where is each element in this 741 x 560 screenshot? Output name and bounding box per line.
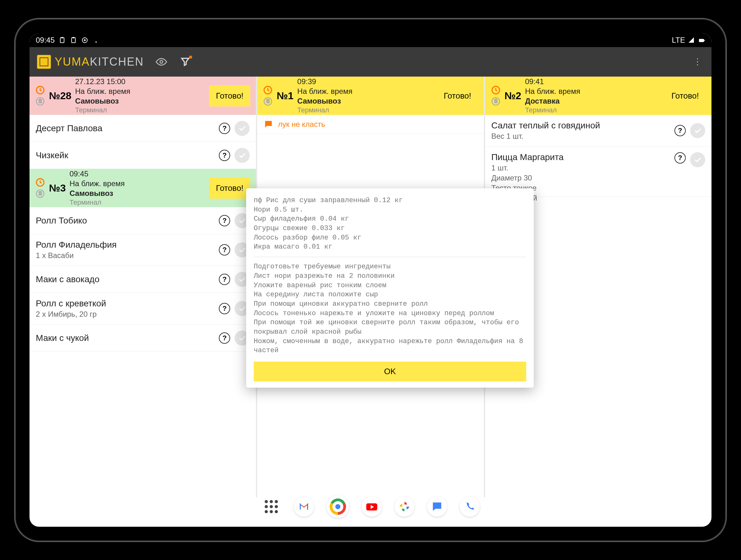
order-time: 27.12.23 15:00 — [75, 77, 205, 86]
check-icon[interactable] — [690, 152, 705, 167]
android-dock — [261, 495, 480, 518]
chrome-icon[interactable] — [327, 495, 349, 518]
apps-icon[interactable] — [261, 497, 281, 517]
filter-icon[interactable] — [179, 56, 192, 68]
dish-row[interactable]: Салат теплый с говядиной Вес 1 шт. ? — [485, 115, 712, 147]
clipboard2-icon — [70, 37, 77, 44]
photos-icon[interactable] — [394, 497, 414, 517]
dish-name: Ролл Тобико — [36, 216, 214, 226]
order-column: S №28 27.12.23 15:00 На ближ. время Само… — [29, 77, 256, 497]
dish-name: Чизкейк — [36, 150, 214, 160]
svg-text:S: S — [39, 191, 42, 196]
order-terminal: Терминал — [525, 106, 661, 115]
dish-name: Десерт Павлова — [36, 123, 214, 133]
dish-name: Салат теплый с говядиной — [491, 121, 670, 131]
gmail-icon[interactable] — [294, 497, 314, 517]
dish-row[interactable]: Ролл с креветкой 2 x Имбирь, 20 гр ? — [29, 293, 256, 325]
dish-row[interactable]: Десерт Павлова ? — [29, 115, 256, 142]
eye-icon[interactable] — [155, 56, 168, 68]
ready-button[interactable]: Готово! — [209, 178, 251, 199]
info-icon[interactable]: ? — [219, 215, 230, 226]
check-icon[interactable] — [234, 121, 250, 136]
info-icon[interactable]: ? — [219, 244, 230, 256]
dish-name: Ролл Филадельфия — [36, 240, 214, 250]
svg-text:S: S — [266, 98, 270, 104]
battery-icon — [698, 37, 705, 44]
clock-icon — [263, 85, 273, 95]
svg-point-5 — [95, 42, 97, 43]
app-logo: YUMAKITCHEN — [37, 55, 144, 69]
order-type: Доставка — [525, 96, 661, 106]
recipe-modal: пф Рис для суши заправленный 0.12 кг Нор… — [246, 188, 534, 388]
order-note: лук не класть — [257, 115, 483, 134]
status-time: 09:45 — [36, 36, 55, 45]
order-time: 09:45 — [69, 169, 205, 179]
order-slot: На ближ. время — [69, 179, 205, 188]
info-icon[interactable]: ? — [219, 123, 230, 134]
order-header[interactable]: S №2 09:41 На ближ. время Доставка Терми… — [485, 77, 712, 115]
order-time: 09:41 — [525, 77, 661, 86]
order-header[interactable]: S №3 09:45 На ближ. время Самовывоз Терм… — [29, 169, 256, 207]
svg-rect-7 — [704, 40, 704, 41]
money-icon: S — [263, 96, 273, 107]
ready-button[interactable]: Готово! — [664, 85, 706, 107]
dish-row[interactable]: Маки с чукой ? — [29, 325, 256, 352]
ok-button[interactable]: OK — [254, 362, 526, 381]
dish-sub: Диаметр 30 — [491, 173, 670, 183]
phone-icon[interactable] — [460, 497, 480, 517]
dish-sub: 1 x Васаби — [36, 251, 214, 260]
order-number: №1 — [277, 90, 293, 102]
svg-rect-0 — [60, 38, 64, 43]
order-header[interactable]: S №1 09:39 На ближ. время Самовывоз Терм… — [257, 77, 483, 115]
money-icon: S — [35, 189, 45, 199]
dish-row[interactable]: Маки с авокадо ? — [29, 266, 256, 293]
wifi-icon — [92, 37, 100, 44]
order-terminal: Терминал — [297, 106, 433, 115]
logo-icon — [37, 55, 51, 69]
dish-sub: 2 x Имбирь, 20 гр — [36, 310, 214, 319]
svg-point-8 — [160, 61, 163, 63]
clock-icon — [35, 178, 45, 188]
order-type: Самовывоз — [297, 96, 433, 106]
order-type: Самовывоз — [69, 188, 205, 198]
dish-name: Пицца Маргарита — [491, 152, 670, 162]
info-icon[interactable]: ? — [219, 303, 230, 314]
svg-rect-1 — [61, 37, 63, 38]
svg-rect-3 — [73, 37, 74, 38]
order-slot: На ближ. время — [525, 86, 661, 96]
recipe-ingredients: пф Рис для суши заправленный 0.12 кг Нор… — [254, 196, 526, 252]
messages-icon[interactable] — [427, 497, 447, 517]
divider — [254, 257, 526, 257]
dish-row[interactable]: Ролл Филадельфия 1 x Васаби ? — [29, 234, 256, 266]
order-number: №2 — [504, 90, 521, 102]
dish-name: Маки с авокадо — [36, 274, 214, 284]
check-icon[interactable] — [690, 123, 705, 138]
dish-sub: 1 шт. — [491, 163, 670, 172]
money-icon: S — [35, 96, 45, 107]
dish-sub: Вес 1 шт. — [491, 132, 670, 141]
dish-row[interactable]: Ролл Тобико ? — [29, 207, 256, 234]
clipboard-icon — [58, 37, 66, 44]
info-icon[interactable]: ? — [674, 152, 686, 163]
more-icon[interactable]: ⋯ — [691, 56, 704, 68]
svg-text:S: S — [39, 98, 42, 104]
dish-row[interactable]: Чизкейк ? — [29, 142, 256, 169]
youtube-icon[interactable] — [362, 497, 382, 517]
ready-button[interactable]: Готово! — [437, 85, 478, 107]
order-slot: На ближ. время — [297, 86, 433, 96]
status-network: LTE — [672, 36, 685, 45]
filter-badge-icon — [189, 56, 192, 59]
order-header[interactable]: S №28 27.12.23 15:00 На ближ. время Само… — [29, 77, 256, 115]
clock-icon — [491, 85, 501, 95]
info-icon[interactable]: ? — [674, 125, 686, 136]
svg-rect-6 — [699, 39, 704, 42]
clock-icon — [35, 85, 45, 95]
check-icon[interactable] — [234, 148, 250, 163]
info-icon[interactable]: ? — [219, 333, 230, 344]
info-icon[interactable]: ? — [219, 274, 230, 285]
info-icon[interactable]: ? — [219, 150, 230, 161]
ready-button[interactable]: Готово! — [209, 85, 251, 107]
order-slot: На ближ. время — [75, 86, 205, 96]
recipe-steps: Подготовьте требуемые ингредиенты Лист н… — [254, 262, 526, 355]
note-text: лук не класть — [278, 120, 325, 129]
